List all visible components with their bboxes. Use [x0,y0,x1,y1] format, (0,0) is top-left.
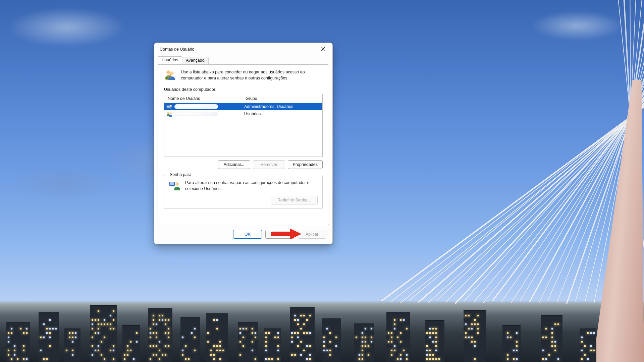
add-button[interactable]: Adicionar... [218,160,250,169]
dialog-footer: OK Cancelar Aplicar [154,225,332,244]
close-icon [321,47,325,52]
username-redacted [174,112,218,116]
user-accounts-dialog: Contas de Usuário Usuários Avançado [154,43,333,244]
row-group: Usuários [242,110,322,118]
user-list[interactable]: Nome de Usuário Grupo Administradores; U… [164,94,323,157]
svg-rect-4 [167,106,170,108]
intro-text: Use a lista abaixo para conceder ou nega… [181,69,323,81]
column-group[interactable]: Grupo [242,94,322,103]
list-row[interactable]: Usuários [164,110,322,118]
password-groupbox: Senha para Para alterar sua senha, vá pa… [164,175,323,209]
password-legend-prefix: Senha para [170,172,192,177]
window-title: Contas de Usuário [160,47,316,52]
remove-button[interactable]: Remover [253,160,285,169]
row-group: Administradores; Usuários [242,103,322,110]
tabstrip: Usuários Avançado [158,56,329,64]
svg-point-5 [170,105,172,107]
svg-rect-9 [170,182,174,185]
apply-button[interactable]: Aplicar [298,230,326,239]
cancel-button[interactable]: Cancelar [265,230,294,239]
column-username[interactable]: Nome de Usuário [164,94,242,103]
close-button[interactable] [316,44,330,54]
list-header[interactable]: Nome de Usuário Grupo [164,94,322,103]
list-row[interactable]: Administradores; Usuários [164,103,322,110]
user-admin-icon [166,104,172,109]
titlebar[interactable]: Contas de Usuário [154,43,332,56]
reset-password-button[interactable]: Redefinir Senha... [271,196,318,204]
svg-point-11 [175,182,179,186]
user-standard-icon [166,111,172,117]
tab-users[interactable]: Usuários [158,56,182,64]
svg-point-7 [169,112,171,114]
list-label: Usuários deste computador: [164,87,323,92]
tab-panel-users: Use a lista abaixo para conceder ou nega… [158,64,329,225]
ok-button[interactable]: OK [233,230,262,239]
password-text: Para alterar sua senha, vá para as confi… [185,180,318,192]
users-keys-icon [164,69,176,81]
user-monitor-icon [169,180,180,191]
tab-advanced[interactable]: Avançado [182,57,208,64]
properties-button[interactable]: Propriedades [288,160,323,169]
svg-rect-10 [171,186,173,186]
svg-point-6 [167,112,169,114]
username-redacted [174,104,218,109]
